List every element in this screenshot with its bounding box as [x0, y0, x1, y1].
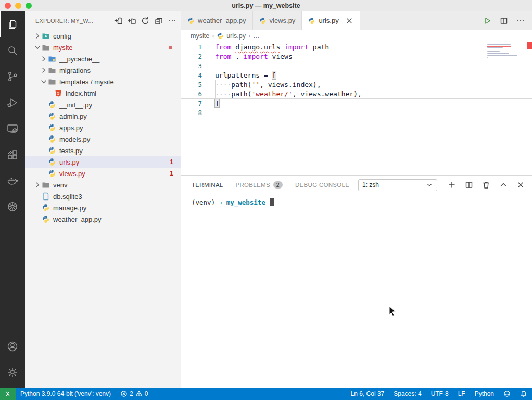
tree-item--init-py[interactable]: __init__.py — [25, 99, 181, 110]
line-content: ] — [215, 99, 219, 108]
plus-icon[interactable] — [448, 181, 456, 189]
file-label: mysite — [53, 44, 73, 52]
line-number: 1 — [181, 43, 202, 52]
tree-item-venv[interactable]: venv — [25, 179, 181, 191]
code-line-3[interactable]: 3 — [181, 61, 532, 71]
refresh-icon[interactable] — [141, 17, 149, 25]
chevron-spacer — [33, 204, 42, 212]
indentation[interactable]: Spaces: 4 — [389, 388, 426, 400]
remote-indicator[interactable] — [0, 388, 16, 400]
tree-item-templates-mysite[interactable]: templates / mysite — [25, 76, 181, 88]
activity-source-control[interactable] — [0, 64, 25, 90]
new-folder-icon[interactable] — [128, 17, 136, 25]
breadcrumb-symbol[interactable]: … — [253, 32, 260, 40]
minimap-line — [487, 51, 500, 52]
tree-item-mysite[interactable]: mysite — [25, 42, 181, 53]
more-icon[interactable] — [168, 17, 176, 25]
python-interpreter[interactable]: Python 3.9.0 64-bit ('venv': venv) — [16, 388, 116, 400]
source-control-icon — [6, 70, 19, 83]
code-line-1[interactable]: 1from django.urls import path — [181, 43, 532, 52]
minimap-line — [487, 55, 517, 56]
tree-item-db-sqlite3[interactable]: db.sqlite3 — [25, 191, 181, 202]
minimize-window-button[interactable] — [15, 3, 21, 9]
breadcrumb[interactable]: mysite › urls.py › … — [181, 30, 532, 42]
terminal-body[interactable]: (venv) → my_website — [181, 194, 532, 206]
breadcrumb-file[interactable]: urls.py — [226, 32, 246, 40]
activity-settings[interactable] — [0, 359, 25, 385]
maximize-panel-icon[interactable] — [499, 181, 508, 189]
chevron-down-icon[interactable] — [40, 78, 48, 86]
chevron-spacer — [40, 146, 48, 155]
run-action-icon[interactable] — [483, 17, 491, 25]
code-line-7[interactable]: 7] — [181, 99, 532, 108]
split-action-icon[interactable] — [500, 17, 508, 25]
activity-extensions[interactable] — [0, 142, 25, 168]
close-window-button[interactable] — [5, 3, 11, 9]
trash-icon[interactable] — [482, 181, 490, 189]
cursor-position[interactable]: Ln 6, Col 37 — [346, 388, 389, 400]
python-icon — [259, 17, 267, 24]
explorer-title: EXPLORER: MY_W... — [35, 18, 114, 24]
chevron-spacer — [40, 158, 48, 166]
activity-remote-explorer[interactable] — [0, 116, 25, 142]
close-icon[interactable] — [516, 181, 525, 189]
tab-urls-py[interactable]: urls.py — [302, 11, 360, 30]
tree-item--pycache-[interactable]: __pycache__ — [25, 53, 181, 65]
code-editor[interactable]: 1from django.urls import path2from . imp… — [181, 42, 532, 175]
chevron-down-icon[interactable] — [33, 43, 42, 52]
code-line-2[interactable]: 2from . import views — [181, 52, 532, 61]
panel-tab-problems[interactable]: PROBLEMS2 — [236, 176, 283, 194]
activity-explorer[interactable] — [0, 11, 25, 38]
bell-icon[interactable] — [515, 388, 532, 400]
terminal-select[interactable]: 1: zsh — [358, 179, 437, 191]
code-line-6[interactable]: 6····path('weather/', views.weather), — [181, 90, 532, 99]
activity-docker[interactable] — [0, 168, 25, 194]
python-icon — [187, 17, 195, 24]
tree-item-migrations[interactable]: migrations — [25, 65, 181, 76]
tree-item-admin-py[interactable]: admin.py — [25, 110, 181, 122]
chevron-right-icon[interactable] — [33, 32, 42, 40]
collapse-all-icon[interactable] — [155, 17, 163, 25]
tree-item-index-html[interactable]: 5index.html — [25, 88, 181, 99]
window-title: urls.py — my_website — [232, 2, 300, 9]
split-icon[interactable] — [465, 181, 473, 189]
breadcrumb-folder[interactable]: mysite — [191, 32, 209, 40]
chevron-right-icon[interactable] — [40, 55, 48, 63]
zoom-window-button[interactable] — [26, 3, 32, 9]
file-label: __pycache__ — [59, 55, 99, 63]
code-line-4[interactable]: 4urlpatterns = [ — [181, 71, 532, 80]
tree-item-apps-py[interactable]: apps.py — [25, 122, 181, 133]
tree-item-models-py[interactable]: models.py — [25, 133, 181, 145]
extensions-icon — [6, 148, 19, 161]
activity-kubernetes[interactable] — [0, 194, 25, 220]
tree-item-weather-app-py[interactable]: weather_app.py — [25, 214, 181, 225]
chevron-right-icon[interactable] — [33, 181, 42, 189]
tab-weather_app-py[interactable]: weather_app.py — [181, 11, 253, 30]
feedback-icon[interactable] — [499, 388, 515, 400]
tree-item-urls-py[interactable]: urls.py1 — [25, 156, 181, 168]
problems-status[interactable]: 2 0 — [116, 388, 153, 400]
tree-item-views-py[interactable]: views.py1 — [25, 168, 181, 179]
close-icon[interactable] — [345, 17, 353, 25]
terminal-prompt-arrow: → — [218, 198, 222, 206]
minimap[interactable] — [487, 44, 525, 61]
code-line-8[interactable]: 8 — [181, 108, 532, 118]
encoding[interactable]: UTF-8 — [426, 388, 453, 400]
tree-item-manage-py[interactable]: manage.py — [25, 202, 181, 214]
activity-run-debug[interactable] — [0, 90, 25, 116]
eol[interactable]: LF — [453, 388, 470, 400]
tab-views-py[interactable]: views.py — [253, 11, 302, 30]
python-icon — [42, 204, 50, 212]
activity-accounts[interactable] — [0, 333, 25, 359]
tree-item-config[interactable]: config — [25, 30, 181, 42]
panel-tab-debug-console[interactable]: DEBUG CONSOLE — [295, 176, 349, 194]
activity-search[interactable] — [0, 38, 25, 64]
file-label: __init__.py — [59, 101, 92, 109]
more-action-icon[interactable] — [516, 17, 525, 25]
language-mode[interactable]: Python — [470, 388, 499, 400]
panel-tab-terminal[interactable]: TERMINAL — [192, 176, 223, 194]
chevron-right-icon[interactable] — [40, 66, 48, 74]
new-file-icon[interactable] — [114, 17, 122, 25]
tree-item-tests-py[interactable]: tests.py — [25, 145, 181, 156]
code-line-5[interactable]: 5····path('', views.index), — [181, 80, 532, 90]
